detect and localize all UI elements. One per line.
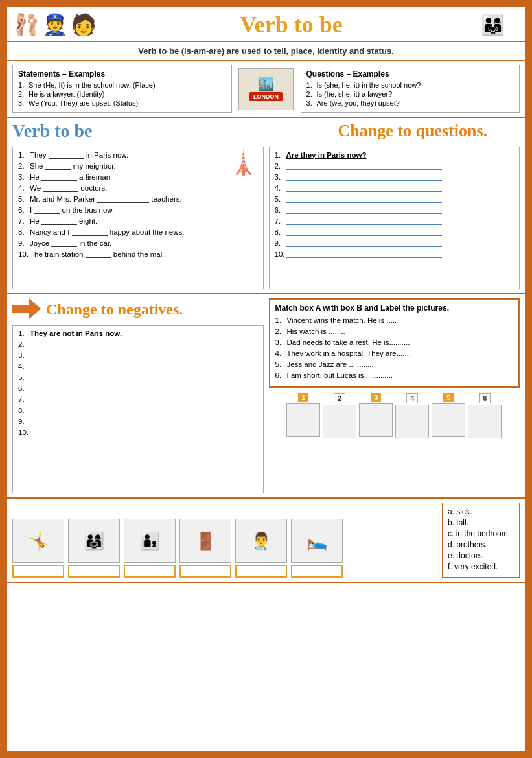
- match-box: Match box A with box B and Label the pic…: [269, 298, 520, 388]
- neg-ans-1: They are not in Paris now.: [18, 329, 258, 337]
- bottom-answer-box-5[interactable]: [235, 565, 287, 578]
- london-bus-label: LONDON: [249, 92, 283, 101]
- bottom-img-wrap-3: 👨‍👦: [124, 519, 176, 578]
- negatives-list: They are not in Paris now.: [18, 329, 258, 436]
- q-line-10[interactable]: [286, 250, 442, 258]
- pic-box-2: 2: [323, 393, 356, 438]
- match-6: I am short, but Lucas is .............: [275, 372, 514, 379]
- pic-box-5: 5: [432, 393, 465, 438]
- arrow-icon: [12, 298, 41, 321]
- header-left-figures: 🩰 👮 🧑: [14, 14, 97, 35]
- svg-marker-0: [12, 298, 41, 319]
- bottom-img-6: 🛌: [291, 519, 343, 563]
- pic-box-6: 6: [468, 393, 502, 438]
- pic-img-6: [468, 405, 502, 438]
- negatives-section: Change to negatives. They are not in Par…: [12, 298, 264, 493]
- blank-3[interactable]: [41, 173, 77, 181]
- q-ans-1-text: Are they in Paris now?: [286, 151, 367, 159]
- neg-line-3[interactable]: [30, 351, 159, 359]
- bottom-images-section: 🤸 👨‍👩‍👧 👨‍👦 🚪 👨‍⚕️ 🛌 a. sick. b. tall.: [7, 499, 525, 583]
- pic-num-1: 1: [298, 393, 308, 402]
- verb-ex-6: I on the bus now.: [18, 206, 258, 214]
- bottom-img-2: 👨‍👩‍👧: [68, 519, 120, 563]
- blank-6[interactable]: [34, 206, 60, 214]
- subtitle: Verb to be (is-am-are) are used to tell,…: [7, 42, 525, 61]
- questions-title: Questions – Examples: [306, 69, 515, 78]
- bottom-answer-box-2[interactable]: [68, 565, 120, 578]
- answer-c: c. in the bedroom.: [448, 529, 514, 538]
- statement-2: He is a lawyer. (Identity): [18, 90, 226, 98]
- negatives-box: They are not in Paris now.: [12, 325, 264, 493]
- center-image: 🏙️ LONDON: [237, 65, 295, 113]
- bottom-img-3: 👨‍👦: [124, 519, 176, 563]
- neg-line-5[interactable]: [30, 373, 159, 381]
- answer-b: b. tall.: [448, 518, 514, 527]
- blank-8[interactable]: [72, 228, 108, 236]
- examples-row: Statements – Examples She (He, It) is in…: [7, 61, 525, 118]
- neg-ans-6: [18, 385, 258, 392]
- pic-num-3: 3: [371, 393, 381, 402]
- neg-line-7[interactable]: [30, 396, 159, 403]
- bottom-img-wrap-2: 👨‍👩‍👧: [68, 519, 120, 578]
- q-line-7[interactable]: [286, 217, 442, 225]
- neg-line-8[interactable]: [30, 407, 159, 414]
- blank-5[interactable]: [97, 195, 149, 203]
- pic-num-4: 4: [406, 393, 418, 403]
- verb-exercise-box: 🗼 They in Paris now. She my neighbor. He…: [12, 147, 264, 289]
- blank-2[interactable]: [45, 162, 71, 170]
- pic-img-2: [323, 405, 356, 438]
- pic-num-6: 6: [479, 393, 491, 403]
- neg-line-6[interactable]: [30, 385, 159, 392]
- verb-ex-2: She my neighbor.: [18, 162, 258, 170]
- neg-line-9[interactable]: [30, 418, 159, 425]
- match-2: His watch is ........: [275, 327, 514, 335]
- pic-num-5: 5: [443, 393, 454, 402]
- bottom-answer-box-6[interactable]: [291, 565, 343, 578]
- statements-list: She (He, It) is in the school now. (Plac…: [18, 81, 226, 107]
- answer-a: a. sick.: [448, 507, 514, 516]
- q-line-2[interactable]: [286, 162, 442, 170]
- bottom-answer-box-1[interactable]: [12, 565, 64, 578]
- section2-title: Change to questions.: [250, 121, 520, 141]
- q-ans-5: [275, 195, 515, 203]
- blank-10[interactable]: [86, 250, 111, 258]
- verb-ex-8: Nancy and I happy about the news.: [18, 228, 258, 236]
- match-1: Vincent wins the match. He is .....: [275, 316, 514, 324]
- pic-box-1: 1: [286, 393, 320, 438]
- page-title: Verb to be: [97, 11, 467, 38]
- q-ans-6: [275, 206, 515, 214]
- neg-ans-4: [18, 362, 258, 370]
- verb-ex-5: Mr. and Mrs. Parker teachers.: [18, 195, 258, 203]
- neg-ans-5: [18, 373, 258, 381]
- bottom-answer-box-4[interactable]: [179, 565, 231, 578]
- pic-box-3: 3: [359, 393, 393, 438]
- blank-7[interactable]: [41, 217, 77, 225]
- answer-list-box: a. sick. b. tall. c. in the bedroom. d. …: [442, 503, 520, 578]
- q-line-6[interactable]: [286, 206, 442, 214]
- questions-answer-list: Are they in Paris now?: [275, 151, 515, 258]
- q-ans-7: [275, 217, 515, 225]
- neg-ans-7: [18, 396, 258, 403]
- q-line-5[interactable]: [286, 195, 442, 203]
- bottom-row: Change to negatives. They are not in Par…: [7, 294, 525, 499]
- statements-box: Statements – Examples She (He, It) is in…: [12, 65, 232, 113]
- neg-line-2[interactable]: [30, 340, 159, 348]
- question-ex-3: Are (we, you, they) upset?: [306, 99, 515, 107]
- blank-1[interactable]: [49, 151, 84, 159]
- blank-4[interactable]: [43, 184, 78, 192]
- bottom-img-wrap-5: 👨‍⚕️: [235, 519, 287, 578]
- match-4: They work in a hospital. They are.......: [275, 349, 514, 357]
- q-line-8[interactable]: [286, 228, 442, 236]
- q-line-4[interactable]: [286, 184, 442, 192]
- bottom-answer-box-3[interactable]: [124, 565, 176, 578]
- q-ans-8: [275, 228, 515, 236]
- blank-9[interactable]: [51, 239, 77, 247]
- answer-e: e. doctors.: [448, 551, 514, 560]
- neg-line-4[interactable]: [30, 362, 159, 370]
- q-line-9[interactable]: [286, 239, 442, 247]
- neg-line-10[interactable]: [30, 429, 159, 436]
- neg-ans-2: [18, 340, 258, 348]
- figure-police: 👮: [42, 14, 68, 35]
- london-image: 🏙️ LONDON: [238, 68, 294, 110]
- q-line-3[interactable]: [286, 173, 442, 181]
